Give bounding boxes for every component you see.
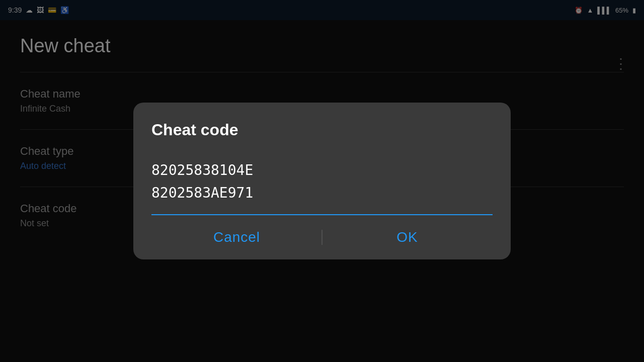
cheat-code-line2: 8202583AE971 [151,182,493,205]
dialog-actions: Cancel OK [151,215,493,259]
cheat-code-dialog: Cheat code 82025838104E 8202583AE971 Can… [133,103,511,260]
dialog-cheat-code[interactable]: 82025838104E 8202583AE971 [151,159,493,205]
cheat-code-line1: 82025838104E [151,159,493,182]
ok-button[interactable]: OK [322,225,493,249]
dialog-overlay: Cheat code 82025838104E 8202583AE971 Can… [0,0,644,362]
cancel-button[interactable]: Cancel [151,225,322,249]
dialog-title: Cheat code [151,121,493,139]
